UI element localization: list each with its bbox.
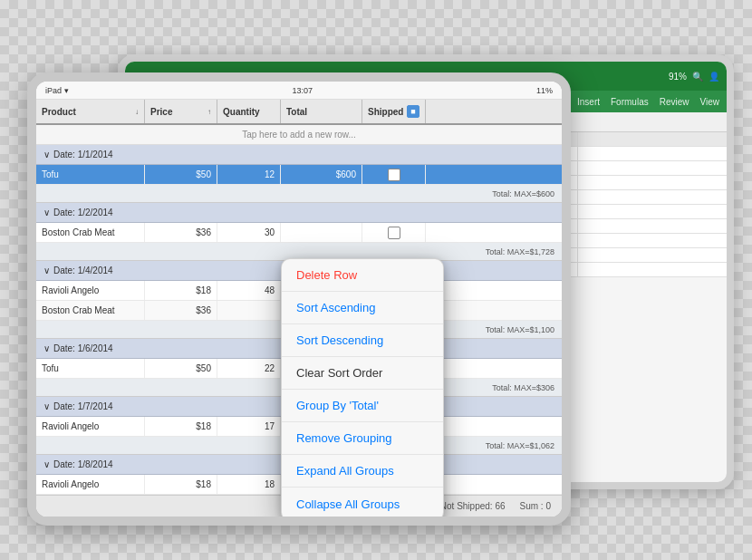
nav-insert[interactable]: Insert xyxy=(577,97,600,107)
col-product-label: Product xyxy=(42,107,76,117)
cell-price-ravioli3: $18 xyxy=(145,475,217,494)
shipped-check-boston1[interactable] xyxy=(388,227,400,239)
col-price-sort: ↑ xyxy=(207,108,211,116)
menu-sort-asc[interactable]: Sort Ascending xyxy=(282,292,443,324)
nav-formulas[interactable]: Formulas xyxy=(611,97,649,107)
grid-header: Product ↓ Price ↑ Quantity Total Shipped… xyxy=(36,100,562,125)
menu-collapse-groups[interactable]: Collapse All Groups xyxy=(282,488,443,517)
group-arrow-3: ∨ xyxy=(43,266,50,275)
group-row-date-1-1[interactable]: ∨ Date: 1/1/2014 xyxy=(36,145,562,165)
cell-product-boston2: Boston Crab Meat xyxy=(36,301,145,320)
cell-qty-boston1: 30 xyxy=(217,223,281,242)
col-header-total[interactable]: Total xyxy=(281,100,362,123)
menu-remove-grouping[interactable]: Remove Grouping xyxy=(282,422,443,455)
cell-product-tofu2: Tofu xyxy=(36,359,145,378)
summary-text-2: Total: MAX=$1,728 xyxy=(486,247,554,256)
group-arrow-5: ∨ xyxy=(43,401,50,411)
cell-shipped-boston1[interactable] xyxy=(362,223,426,242)
group-arrow-1: ∨ xyxy=(43,150,50,159)
menu-sort-desc[interactable]: Sort Descending xyxy=(282,324,443,357)
group-arrow-2: ∨ xyxy=(43,208,50,217)
context-menu: Delete Row Sort Ascending Sort Descendin… xyxy=(281,258,444,517)
cell-product-ravioli3: Ravioli Angelo xyxy=(36,475,145,494)
summary-text-1: Total: MAX=$600 xyxy=(492,189,554,198)
cell-price-ravioli1: $18 xyxy=(145,281,217,300)
shipped-check-tofu[interactable] xyxy=(388,169,400,181)
data-row-boston1[interactable]: Boston Crab Meat $36 30 xyxy=(36,223,562,243)
cell-product-ravioli2: Ravioli Angelo xyxy=(36,417,145,436)
col-qty-label: Quantity xyxy=(223,107,260,117)
tap-to-add-label: Tap here to add a new row... xyxy=(242,130,356,140)
cell-price-tofu2: $50 xyxy=(145,359,217,378)
group-arrow-6: ∨ xyxy=(43,459,50,469)
menu-delete-row[interactable]: Delete Row xyxy=(282,259,443,292)
sum-value: Sum : 0 xyxy=(520,501,551,511)
group-label-1: Date: 1/1/2014 xyxy=(53,150,113,159)
summary-text-5: Total: MAX=$1,062 xyxy=(486,441,554,450)
menu-delete-label: Delete Row xyxy=(296,268,357,282)
group-label-5: Date: 1/7/2014 xyxy=(53,401,113,411)
menu-sort-asc-label: Sort Ascending xyxy=(296,301,375,314)
col-product-sort: ↓ xyxy=(135,108,139,116)
cell-price-ravioli2: $18 xyxy=(145,417,217,436)
bg-battery: 91% xyxy=(669,72,687,82)
nav-review[interactable]: Review xyxy=(660,97,689,107)
col-header-shipped[interactable]: Shipped ■ xyxy=(362,100,426,123)
cell-product-boston1: Boston Crab Meat xyxy=(36,223,145,242)
cell-qty-tofu: 12 xyxy=(217,165,281,184)
menu-expand-groups-label: Expand All Groups xyxy=(296,464,394,478)
cell-product-tofu: Tofu xyxy=(36,165,145,184)
menu-group-by[interactable]: Group By 'Total' xyxy=(282,390,443,422)
menu-collapse-groups-label: Collapse All Groups xyxy=(296,497,400,511)
main-ipad: iPad ▾ 13:07 11% Product ↓ Price ↑ Quant… xyxy=(27,72,571,526)
menu-expand-groups[interactable]: Expand All Groups xyxy=(282,455,443,488)
cell-shipped-tofu[interactable] xyxy=(362,165,426,184)
cell-price-boston1: $36 xyxy=(145,223,217,242)
bg-user-icon: 👤 xyxy=(709,72,719,82)
group-row-date-1-2[interactable]: ∨ Date: 1/2/2014 xyxy=(36,203,562,223)
group-arrow-4: ∨ xyxy=(43,343,50,353)
menu-clear-sort-label: Clear Sort Order xyxy=(296,366,382,380)
data-row-tofu[interactable]: Tofu $50 12 $600 xyxy=(36,165,562,185)
cell-qty-ravioli1: 48 xyxy=(217,281,281,300)
summary-group-1: Total: MAX=$600 xyxy=(36,185,562,203)
ipad-statusbar: iPad ▾ 13:07 11% xyxy=(36,82,562,100)
ipad-screen: iPad ▾ 13:07 11% Product ↓ Price ↑ Quant… xyxy=(36,82,562,517)
bg-right-icons: 91% 🔍 👤 xyxy=(669,72,719,82)
summary-text-3: Total: MAX=$1,100 xyxy=(486,325,554,334)
menu-clear-sort[interactable]: Clear Sort Order xyxy=(282,357,443,390)
cell-qty-ravioli2: 17 xyxy=(217,417,281,436)
group-label-6: Date: 1/8/2014 xyxy=(53,459,113,469)
menu-sort-desc-label: Sort Descending xyxy=(296,333,383,347)
cell-qty-tofu2: 22 xyxy=(217,359,281,378)
ipad-model: iPad ▾ xyxy=(45,86,69,95)
nav-view[interactable]: View xyxy=(700,97,720,107)
tap-to-add-row[interactable]: Tap here to add a new row... xyxy=(36,125,562,145)
ipad-time: 13:07 xyxy=(292,86,313,95)
cell-total-tofu: $600 xyxy=(281,165,362,184)
group-label-4: Date: 1/6/2014 xyxy=(53,343,113,353)
col-header-price[interactable]: Price ↑ xyxy=(145,100,217,123)
cell-qty-boston2 xyxy=(217,301,281,320)
group-label-3: Date: 1/4/2014 xyxy=(53,266,113,275)
cell-price-boston2: $36 xyxy=(145,301,217,320)
cell-qty-ravioli3: 18 xyxy=(217,475,281,494)
cell-total-boston1 xyxy=(281,223,362,242)
ipad-battery: 11% xyxy=(536,86,553,95)
col-price-label: Price xyxy=(150,107,172,117)
col-header-product[interactable]: Product ↓ xyxy=(36,100,145,123)
ipad-side-button[interactable] xyxy=(567,190,571,227)
group-label-2: Date: 1/2/2014 xyxy=(53,208,113,217)
menu-remove-grouping-label: Remove Grouping xyxy=(296,431,392,445)
bg-search-icon: 🔍 xyxy=(692,72,703,82)
col-total-label: Total xyxy=(286,107,307,117)
shipped-header-checkbox[interactable]: ■ xyxy=(407,105,419,118)
col-shipped-label: Shipped xyxy=(368,107,403,117)
cell-price-tofu: $50 xyxy=(145,165,217,184)
menu-group-by-label: Group By 'Total' xyxy=(296,399,379,412)
cell-product-ravioli1: Ravioli Angelo xyxy=(36,281,145,300)
summary-text-4: Total: MAX=$306 xyxy=(492,383,554,392)
col-header-qty[interactable]: Quantity xyxy=(217,100,281,123)
